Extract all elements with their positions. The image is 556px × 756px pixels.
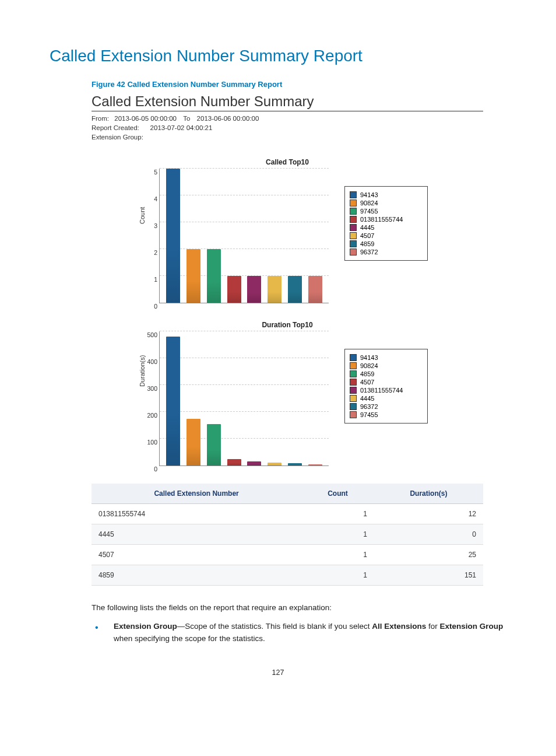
report-container: Called Extension Number Summary From: 20… (92, 93, 483, 586)
legend-label: 94143 (360, 354, 378, 361)
body-text: The following lists the fields on the re… (92, 602, 506, 614)
plot-area: Duration(s)01002003004005009414390824485… (159, 331, 329, 466)
legend-swatch (350, 362, 357, 369)
bullet-list: Extension Group—Scope of the statistics.… (92, 621, 506, 645)
table-row: 013811555744112 (92, 504, 483, 524)
legend-swatch (350, 354, 357, 361)
from-label: From: (92, 115, 109, 122)
page-number: 127 (50, 668, 506, 677)
bullet-ext-group: Extension Group—Scope of the statistics.… (92, 621, 506, 645)
meta-created: Report Created: 2013-07-02 04:00:21 (92, 124, 483, 131)
y-tick: 200 (143, 412, 157, 419)
legend-label: 90824 (360, 200, 378, 206)
table-cell: 013811555744 (92, 504, 301, 524)
table-cell: 4507 (92, 545, 301, 565)
y-tick: 4 (143, 195, 157, 202)
table-cell: 1 (301, 565, 374, 586)
legend-label: 4445 (360, 395, 374, 402)
legend-swatch (350, 224, 357, 231)
y-tick: 2 (143, 249, 157, 256)
table-cell: 1 (301, 504, 374, 524)
table-header: Count (301, 484, 374, 504)
legend-label: 90824 (360, 362, 378, 369)
legend-swatch (350, 411, 357, 418)
chart-called-top10: Called Top10Count01234594143908249745501… (136, 158, 439, 303)
legend-item: 97455 (350, 411, 423, 418)
table-header: Duration(s) (374, 484, 483, 504)
legend-swatch (350, 370, 357, 377)
y-tick: 0 (143, 466, 157, 473)
bar-4507 (268, 276, 281, 303)
legend-swatch (350, 387, 357, 394)
y-tick: 400 (143, 358, 157, 365)
legend-item: 4507 (350, 379, 423, 386)
legend-item: 013811555744 (350, 387, 423, 394)
chart-title: Duration Top10 (136, 321, 439, 329)
legend-swatch (350, 232, 357, 239)
legend-swatch (350, 403, 357, 410)
bar-4445 (268, 463, 281, 466)
bar-013811555744 (247, 461, 261, 466)
legend-swatch (350, 395, 357, 402)
legend-item: 96372 (350, 249, 423, 256)
bar-013811555744 (227, 276, 241, 303)
table-cell: 12 (374, 504, 483, 524)
legend-swatch (350, 216, 357, 223)
table-row: 444510 (92, 524, 483, 545)
legend-label: 97455 (360, 411, 378, 418)
legend-item: 4445 (350, 395, 423, 402)
ext-group-label: Extension Group: (92, 134, 143, 141)
chart-legend: 9414390824485945070138115557444445963729… (344, 349, 428, 424)
legend-item: 013811555744 (350, 216, 423, 223)
legend-item: 4507 (350, 232, 423, 239)
legend-item: 4859 (350, 240, 423, 247)
legend-label: 013811555744 (360, 387, 403, 394)
bullet-term: Extension Group (114, 622, 177, 631)
table-cell: 25 (374, 545, 483, 565)
legend-label: 4507 (360, 232, 374, 239)
bar-94143 (166, 169, 180, 303)
table-row: 48591151 (92, 565, 483, 586)
bar-4859 (288, 276, 302, 303)
page-heading: Called Extension Number Summary Report (50, 47, 506, 65)
bullet-dash: — (177, 622, 185, 631)
created-value: 2013-07-02 04:00:21 (150, 124, 213, 131)
meta-date-range: From: 2013-06-05 00:00:00 To 2013-06-06 … (92, 115, 483, 122)
legend-item: 97455 (350, 208, 423, 215)
legend-swatch (350, 240, 357, 247)
created-label: Report Created: (92, 124, 139, 131)
legend-label: 4445 (360, 224, 374, 231)
legend-item: 4859 (350, 370, 423, 377)
legend-label: 96372 (360, 249, 378, 256)
legend-swatch (350, 191, 357, 198)
bullet-rest3: when specifying the scope for the statis… (114, 634, 265, 643)
to-value: 2013-06-06 00:00:00 (197, 115, 259, 122)
y-tick: 0 (143, 303, 157, 310)
legend-label: 013811555744 (360, 216, 403, 223)
report-title: Called Extension Number Summary (92, 93, 483, 111)
legend-swatch (350, 249, 357, 256)
y-tick: 5 (143, 169, 157, 176)
meta-ext-group: Extension Group: (92, 134, 483, 141)
table-cell: 4445 (92, 524, 301, 545)
table-header: Called Extension Number (92, 484, 301, 504)
chart-duration-top10: Duration Top10Duration(s)010020030040050… (136, 321, 439, 466)
bullet-bold2: Extension Group (439, 622, 503, 631)
bar-96372 (308, 276, 322, 303)
table-cell: 4859 (92, 565, 301, 586)
legend-label: 4507 (360, 379, 374, 386)
legend-item: 4445 (350, 224, 423, 231)
legend-swatch (350, 208, 357, 215)
legend-item: 90824 (350, 362, 423, 369)
legend-swatch (350, 200, 357, 206)
legend-label: 96372 (360, 403, 378, 410)
legend-item: 94143 (350, 191, 423, 198)
bullet-bold1: All Extensions (372, 622, 426, 631)
legend-item: 90824 (350, 200, 423, 206)
y-tick: 500 (143, 331, 157, 338)
chart-legend: 9414390824974550138115557444445450748599… (344, 186, 428, 261)
bar-90824 (186, 249, 200, 303)
y-tick: 3 (143, 222, 157, 229)
table-cell: 0 (374, 524, 483, 545)
legend-swatch (350, 379, 357, 386)
